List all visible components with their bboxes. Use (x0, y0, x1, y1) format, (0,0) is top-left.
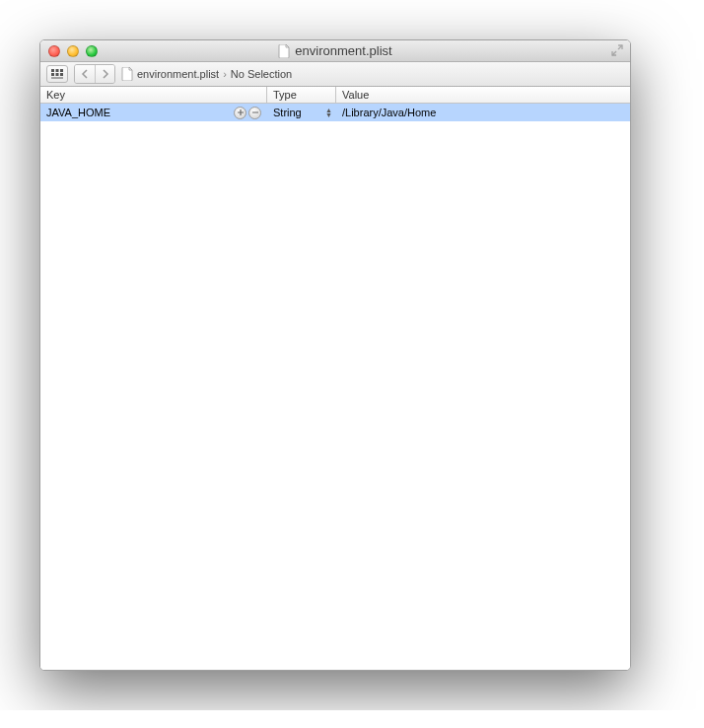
header-value[interactable]: Value (336, 87, 630, 103)
add-row-button[interactable] (234, 107, 246, 119)
nav-back-button[interactable] (75, 65, 95, 83)
document-icon (278, 44, 290, 58)
toolbar: environment.plist › No Selection (40, 62, 630, 87)
minimize-button[interactable] (67, 45, 79, 57)
table-row[interactable]: JAVA_HOME String ▲ ▼ /Library/ (40, 104, 630, 121)
value-text: /Library/Java/Home (342, 107, 436, 118)
breadcrumb-file[interactable]: environment.plist (137, 68, 219, 80)
nav-buttons (74, 64, 115, 84)
window-title-text: environment.plist (295, 43, 391, 58)
cell-type[interactable]: String ▲ ▼ (267, 107, 336, 118)
svg-rect-4 (56, 73, 59, 76)
svg-rect-1 (56, 69, 59, 72)
fullscreen-icon[interactable] (610, 43, 624, 57)
svg-rect-3 (51, 73, 54, 76)
chevron-right-icon: › (223, 68, 227, 80)
traffic-lights (40, 45, 98, 57)
cell-value[interactable]: /Library/Java/Home (336, 107, 630, 118)
header-type[interactable]: Type (267, 87, 336, 103)
table-body[interactable]: JAVA_HOME String ▲ ▼ /Library/ (40, 104, 630, 670)
window-title: environment.plist (40, 43, 630, 58)
row-actions (234, 107, 261, 119)
svg-rect-0 (51, 69, 54, 72)
type-stepper[interactable]: ▲ ▼ (325, 108, 332, 117)
close-button[interactable] (48, 45, 60, 57)
view-mode-button[interactable] (46, 65, 68, 83)
breadcrumb-selection[interactable]: No Selection (231, 68, 292, 80)
nav-forward-button[interactable] (95, 65, 114, 83)
key-text: JAVA_HOME (46, 107, 110, 118)
plist-editor-window: environment.plist environment.plist › No… (39, 39, 631, 671)
svg-rect-2 (60, 69, 63, 72)
breadcrumb[interactable]: environment.plist › No Selection (121, 67, 292, 81)
svg-rect-5 (60, 73, 63, 76)
chevron-down-icon: ▼ (325, 112, 332, 117)
cell-key[interactable]: JAVA_HOME (40, 107, 267, 119)
header-key[interactable]: Key (40, 87, 267, 103)
remove-row-button[interactable] (248, 107, 261, 119)
titlebar[interactable]: environment.plist (40, 40, 630, 62)
document-icon (121, 67, 133, 81)
type-text: String (273, 107, 302, 118)
table-header: Key Type Value (40, 87, 630, 104)
zoom-button[interactable] (86, 45, 98, 57)
